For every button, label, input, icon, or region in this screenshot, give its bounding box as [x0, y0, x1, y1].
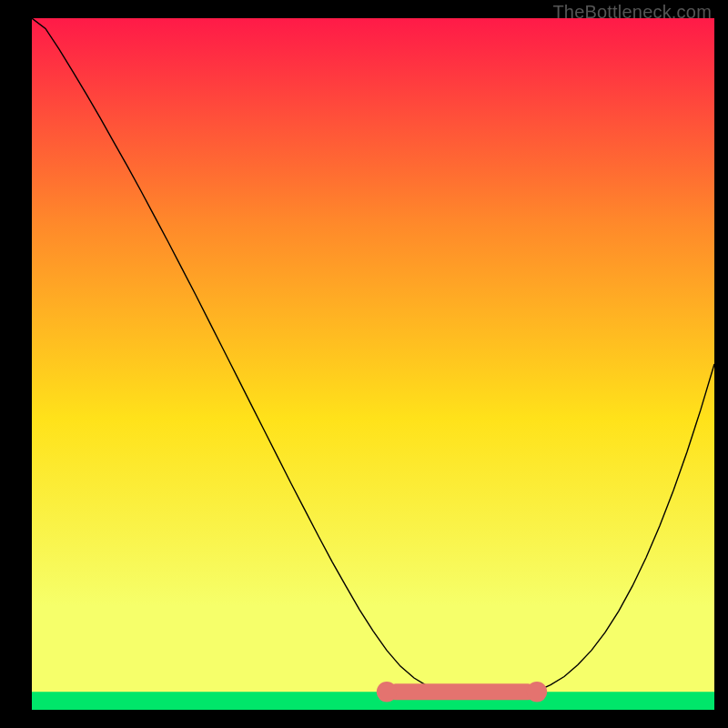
- marker-end-left: [377, 682, 397, 703]
- bottom-marker-band: [377, 682, 547, 703]
- gradient-background: [32, 18, 714, 710]
- plot-svg: [32, 18, 714, 710]
- chart-frame: TheBottleneck.com: [0, 0, 728, 728]
- bottom-green-band: [32, 692, 714, 710]
- plot-area: [32, 18, 714, 710]
- marker-end-right: [527, 682, 547, 703]
- marker-bar: [387, 683, 537, 700]
